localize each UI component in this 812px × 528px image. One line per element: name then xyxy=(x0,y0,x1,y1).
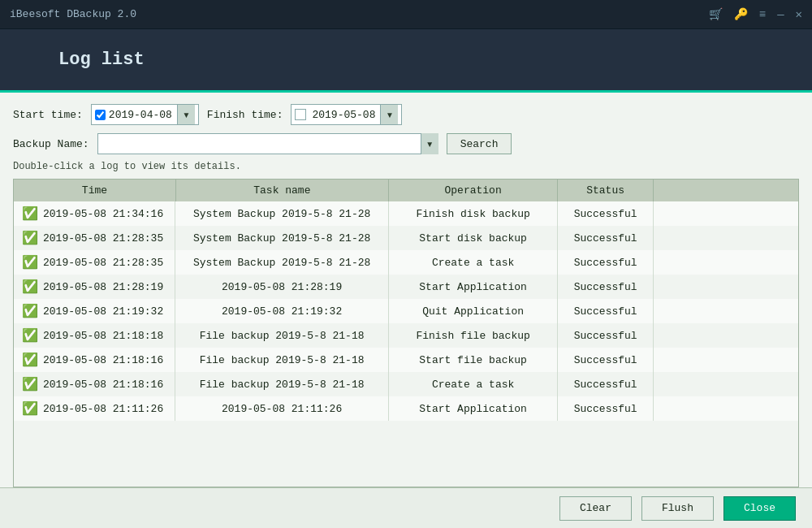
table-row[interactable]: ✅2019-05-08 21:34:16System Backup 2019-5… xyxy=(14,201,798,226)
col-status: Status xyxy=(558,180,653,201)
row-task-name: 2019-05-08 21:19:32 xyxy=(175,299,388,323)
row-operation: Start disk backup xyxy=(388,226,558,250)
success-icon: ✅ xyxy=(22,206,38,222)
start-time-checkbox[interactable] xyxy=(95,110,106,120)
col-operation: Operation xyxy=(388,180,558,201)
row-extra xyxy=(653,348,798,372)
row-operation: Finish disk backup xyxy=(388,201,558,226)
log-table: Time Task name Operation Status ✅2019-05… xyxy=(14,180,798,421)
success-icon: ✅ xyxy=(22,400,38,417)
svg-rect-0 xyxy=(19,50,42,54)
row-time: 2019-05-08 21:28:35 xyxy=(43,232,163,245)
filter-row-dates: Start time: 2019-04-08 ▼ Finish time: 20… xyxy=(13,104,799,125)
success-icon: ✅ xyxy=(22,352,38,368)
row-status: Successful xyxy=(558,201,653,226)
header-section: Log list xyxy=(0,29,812,93)
table-row[interactable]: ✅2019-05-08 21:11:262019-05-08 21:11:26S… xyxy=(14,396,798,421)
svg-rect-2 xyxy=(19,63,42,67)
success-icon: ✅ xyxy=(22,327,38,344)
clear-button[interactable]: Clear xyxy=(559,496,632,521)
table-row[interactable]: ✅2019-05-08 21:18:16File backup 2019-5-8… xyxy=(14,372,798,396)
title-bar-left: iBeesoft DBackup 2.0 xyxy=(10,8,136,20)
table-row[interactable]: ✅2019-05-08 21:28:35System Backup 2019-5… xyxy=(14,226,798,250)
key-icon[interactable]: 🔑 xyxy=(734,7,748,21)
table-row[interactable]: ✅2019-05-08 21:18:16File backup 2019-5-8… xyxy=(14,348,798,372)
row-task-name: System Backup 2019-5-8 21-28 xyxy=(175,250,388,275)
table-row[interactable]: ✅2019-05-08 21:19:322019-05-08 21:19:32Q… xyxy=(14,299,798,323)
row-extra xyxy=(653,275,798,299)
row-operation: Finish file backup xyxy=(388,323,558,348)
footer: Clear Flush Close xyxy=(0,487,812,528)
row-operation: Start Application xyxy=(388,275,558,299)
row-status: Successful xyxy=(558,348,653,372)
table-row[interactable]: ✅2019-05-08 21:28:35System Backup 2019-5… xyxy=(14,250,798,275)
row-operation: Quit Application xyxy=(388,299,558,323)
finish-time-dropdown-btn[interactable]: ▼ xyxy=(380,105,398,124)
start-time-input-wrap: 2019-04-08 ▼ xyxy=(91,104,199,125)
row-task-name: File backup 2019-5-8 21-18 xyxy=(175,372,388,396)
close-button[interactable]: Close xyxy=(723,496,796,521)
row-time: 2019-05-08 21:18:16 xyxy=(43,379,163,391)
svg-rect-3 xyxy=(19,50,24,54)
row-status: Successful xyxy=(558,275,653,299)
row-operation: Create a task xyxy=(388,372,558,396)
row-task-name: System Backup 2019-5-8 21-28 xyxy=(175,201,388,226)
row-time: 2019-05-08 21:34:16 xyxy=(43,208,163,220)
main-content: Start time: 2019-04-08 ▼ Finish time: 20… xyxy=(0,93,812,487)
cart-icon[interactable]: 🛒 xyxy=(709,7,723,21)
success-icon: ✅ xyxy=(22,279,38,295)
menu-icon[interactable]: ≡ xyxy=(759,8,766,21)
svg-rect-5 xyxy=(19,63,24,67)
close-icon[interactable]: ✕ xyxy=(796,7,802,21)
content-wrapper: Start time: 2019-04-08 ▼ Finish time: 20… xyxy=(0,93,812,528)
row-time: 2019-05-08 21:28:35 xyxy=(43,257,163,269)
table-header: Time Task name Operation Status xyxy=(14,180,798,201)
row-task-name: System Backup 2019-5-8 21-28 xyxy=(175,226,388,250)
finish-time-value: 2019-05-08 xyxy=(312,109,377,121)
svg-rect-1 xyxy=(19,57,42,60)
minimize-icon[interactable]: — xyxy=(777,8,784,21)
row-operation: Create a task xyxy=(388,250,558,275)
row-time: 2019-05-08 21:28:19 xyxy=(43,281,163,293)
table-row[interactable]: ✅2019-05-08 21:18:18File backup 2019-5-8… xyxy=(14,323,798,348)
start-time-label: Start time: xyxy=(13,109,83,121)
row-time: 2019-05-08 21:11:26 xyxy=(43,403,163,415)
row-time: 2019-05-08 21:18:16 xyxy=(43,354,163,366)
success-icon: ✅ xyxy=(22,254,38,270)
row-task-name: 2019-05-08 21:28:19 xyxy=(175,275,388,299)
backup-name-dropdown-btn[interactable]: ▼ xyxy=(421,133,438,154)
search-button[interactable]: Search xyxy=(447,133,512,154)
row-task-name: File backup 2019-5-8 21-18 xyxy=(175,348,388,372)
row-task-name: File backup 2019-5-8 21-18 xyxy=(175,323,388,348)
row-extra xyxy=(653,250,798,275)
col-time: Time xyxy=(14,180,175,201)
col-taskname: Task name xyxy=(175,180,388,201)
backup-name-input[interactable] xyxy=(97,133,438,154)
row-status: Successful xyxy=(558,396,653,421)
filter-row-backup-name: Backup Name: ▼ Search xyxy=(13,133,799,154)
backup-name-label: Backup Name: xyxy=(13,138,89,150)
success-icon: ✅ xyxy=(22,230,38,246)
svg-rect-4 xyxy=(19,57,24,60)
start-time-value: 2019-04-08 xyxy=(109,109,174,121)
row-status: Successful xyxy=(558,226,653,250)
table-row[interactable]: ✅2019-05-08 21:28:192019-05-08 21:28:19S… xyxy=(14,275,798,299)
finish-time-input-wrap: 2019-05-08 ▼ xyxy=(291,104,402,125)
col-extra xyxy=(653,180,798,201)
row-status: Successful xyxy=(558,299,653,323)
app-title: iBeesoft DBackup 2.0 xyxy=(10,8,136,20)
table-body: ✅2019-05-08 21:34:16System Backup 2019-5… xyxy=(14,201,798,421)
row-extra xyxy=(653,396,798,421)
title-bar-controls: 🛒 🔑 ≡ — ✕ xyxy=(709,7,802,21)
success-icon: ✅ xyxy=(22,303,38,319)
start-time-dropdown-btn[interactable]: ▼ xyxy=(177,105,195,124)
log-list-icon xyxy=(16,45,45,75)
backup-name-input-wrap: ▼ xyxy=(97,133,438,154)
flush-button[interactable]: Flush xyxy=(641,496,714,521)
row-status: Successful xyxy=(558,323,653,348)
row-extra xyxy=(653,226,798,250)
row-time: 2019-05-08 21:18:18 xyxy=(43,330,163,342)
log-table-container: Time Task name Operation Status ✅2019-05… xyxy=(13,179,799,487)
row-operation: Start Application xyxy=(388,396,558,421)
title-bar: iBeesoft DBackup 2.0 🛒 🔑 ≡ — ✕ xyxy=(0,0,812,29)
